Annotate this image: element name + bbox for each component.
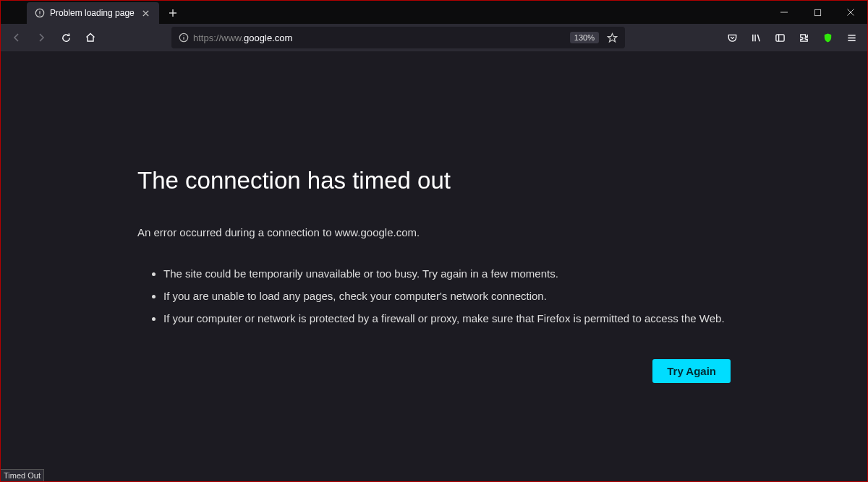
error-suggestion-list: The site could be temporarily unavailabl… <box>137 266 731 326</box>
toolbar-right <box>720 27 863 48</box>
library-icon[interactable] <box>744 27 767 48</box>
url-host: google.com <box>244 33 292 43</box>
try-again-button[interactable]: Try Again <box>652 359 731 383</box>
url-bar[interactable]: https://www.google.com 130% <box>171 27 625 48</box>
error-suggestion-item: The site could be temporarily unavailabl… <box>163 266 731 281</box>
new-tab-button[interactable] <box>162 2 184 24</box>
window-controls <box>767 1 867 24</box>
error-suggestion-item: If you are unable to load any pages, che… <box>163 288 731 304</box>
svg-point-2 <box>39 14 40 15</box>
tab-title: Problem loading page <box>50 8 135 18</box>
svg-line-17 <box>757 34 760 40</box>
svg-point-13 <box>183 35 184 36</box>
url-text[interactable]: https://www.google.com <box>193 33 570 43</box>
maximize-button[interactable] <box>801 1 834 24</box>
back-button[interactable] <box>5 27 28 48</box>
forward-button[interactable] <box>30 27 53 48</box>
reload-button[interactable] <box>54 27 77 48</box>
error-short-description: An error occurred during a connection to… <box>137 226 731 238</box>
svg-marker-14 <box>608 33 616 42</box>
tabs-region: Problem loading page <box>1 1 184 24</box>
identity-info-icon[interactable] <box>174 33 193 43</box>
url-prefix: https://www. <box>193 33 244 43</box>
svg-rect-18 <box>775 34 783 40</box>
pocket-icon[interactable] <box>720 27 744 48</box>
titlebar: Problem loading page <box>1 1 867 24</box>
home-button[interactable] <box>79 27 102 48</box>
info-warning-icon <box>34 7 46 19</box>
page-content: The connection has timed out An error oc… <box>1 51 867 481</box>
error-suggestion-item: If your computer or network is protected… <box>163 311 731 326</box>
error-button-row: Try Again <box>137 359 731 383</box>
close-window-button[interactable] <box>834 1 867 24</box>
protection-shield-icon[interactable] <box>816 27 839 48</box>
sidebar-icon[interactable] <box>768 27 791 48</box>
bookmark-star-icon[interactable] <box>602 28 622 47</box>
error-title: The connection has timed out <box>137 167 731 194</box>
nav-toolbar: https://www.google.com 130% <box>1 24 867 51</box>
error-container: The connection has timed out An error oc… <box>137 167 731 481</box>
tab-close-button[interactable] <box>139 6 153 20</box>
extensions-icon[interactable] <box>792 27 815 48</box>
browser-tab[interactable]: Problem loading page <box>27 2 159 24</box>
zoom-badge[interactable]: 130% <box>570 32 599 43</box>
svg-rect-8 <box>814 9 820 15</box>
status-bar: Timed Out <box>1 469 44 481</box>
minimize-button[interactable] <box>767 1 801 24</box>
app-menu-button[interactable] <box>840 27 863 48</box>
